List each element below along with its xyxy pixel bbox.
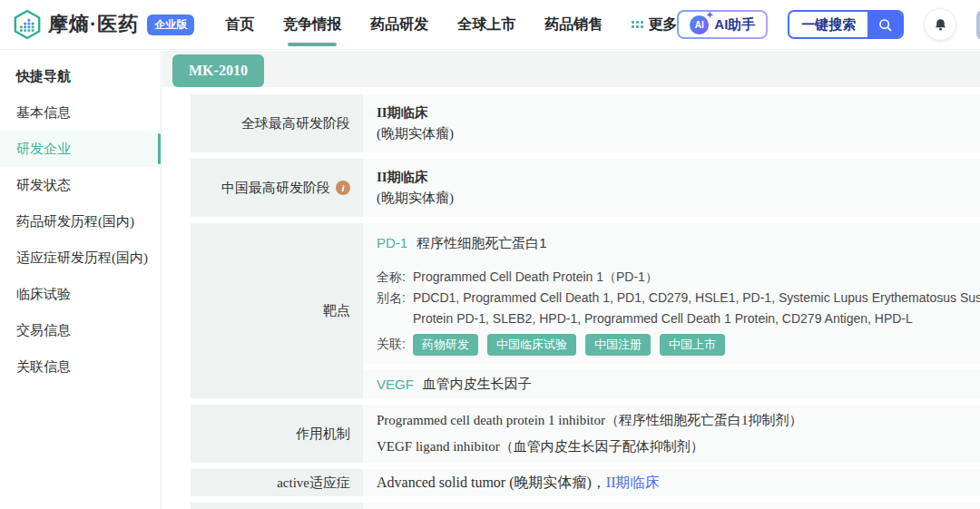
row-value: II期临床 (晚期实体瘤) xyxy=(363,159,980,217)
row-value: Programmed cell death protein 1 inhibito… xyxy=(363,405,980,463)
table-row: 中国最高研发阶段 i II期临床 (晚期实体瘤) xyxy=(191,159,980,217)
notifications-button[interactable] xyxy=(924,8,956,41)
target-pd1-block: PD-1程序性细胞死亡蛋白1 全称: Programmed Cell Death… xyxy=(363,223,980,364)
drug-name-tag: MK-2010 xyxy=(172,54,264,87)
stage-sub: (晚期实体瘤) xyxy=(377,187,980,209)
stage-value: II期临床 xyxy=(377,103,980,122)
target-fullname: Programmed Cell Death Protein 1（PD-1） xyxy=(413,267,658,288)
search-icon[interactable] xyxy=(867,12,902,37)
target-links-row: 关联: 药物研发 中国临床试验 中国注册 中国上市 xyxy=(377,334,980,356)
info-icon[interactable]: i xyxy=(336,181,350,195)
top-navbar: 摩熵·医药 企业版 首页 竞争情报 药品研发 全球上市 药品销售 更多 AI ✦ xyxy=(0,0,980,50)
ai-logo-icon: AI ✦ xyxy=(690,15,709,34)
sidebar-item-drug-rd-history[interactable]: 药品研发历程(国内) xyxy=(0,203,161,240)
header-actions: AI ✦ AI助手 一键搜索 VIP ✓ xyxy=(677,8,980,41)
target-alias-line2: Protein PD-1, SLEB2, HPD-1, Programmed C… xyxy=(413,308,980,329)
nav-competitive-intel[interactable]: 竞争情报 xyxy=(283,0,341,50)
row-value: Advanced solid tumor (晚期实体瘤)，II期临床 xyxy=(363,469,980,496)
target-fullname-row: 全称: Programmed Cell Death Protein 1（PD-1… xyxy=(377,267,980,288)
target-code-link[interactable]: PD-1 xyxy=(377,235,407,250)
brand-logo[interactable]: 摩熵·医药 企业版 xyxy=(13,9,194,40)
vip-badge[interactable]: VIP ✓ xyxy=(976,10,980,40)
table-row: 作用机制 Programmed cell death protein 1 inh… xyxy=(191,405,980,463)
row-value: Cancer（肿瘤） xyxy=(363,503,980,509)
quick-search-button[interactable]: 一键搜索 xyxy=(788,10,904,39)
sidebar-item-basic-info[interactable]: 基本信息 xyxy=(0,94,161,131)
sidebar-item-rd-status[interactable]: 研发状态 xyxy=(0,167,161,203)
link-tag-drug-rd[interactable]: 药物研发 xyxy=(413,334,478,356)
main-nav: 首页 竞争情报 药品研发 全球上市 药品销售 更多 xyxy=(225,0,677,50)
indication-separator: ， xyxy=(592,474,606,493)
row-label: 全球最高研发阶段 xyxy=(191,94,363,152)
target-value: PD-1程序性细胞死亡蛋白1 全称: Programmed Cell Death… xyxy=(363,223,980,398)
row-label: active适应症 xyxy=(191,469,363,496)
sidebar-item-related-info[interactable]: 关联信息 xyxy=(0,348,161,385)
link-tag-china-launch[interactable]: 中国上市 xyxy=(660,334,725,356)
table-row: 全球最高研发阶段 II期临床 (晚期实体瘤) xyxy=(191,94,980,152)
sidebar-item-rd-companies[interactable]: 研发企业 xyxy=(0,131,161,167)
target-name: 血管内皮生长因子 xyxy=(423,376,532,393)
table-row: 靶点 PD-1程序性细胞死亡蛋白1 全称: Programmed Cell De… xyxy=(191,223,980,398)
sidebar-item-deal-info[interactable]: 交易信息 xyxy=(0,312,161,348)
nav-more[interactable]: 更多 xyxy=(632,0,677,50)
row-label: 作用机制 xyxy=(191,405,363,463)
table-row: 治疗领域 Cancer（肿瘤） xyxy=(191,503,980,509)
link-tag-china-clinical[interactable]: 中国临床试验 xyxy=(487,334,576,356)
target-title: PD-1程序性细胞死亡蛋白1 xyxy=(377,233,980,253)
target-code-link[interactable]: VEGF xyxy=(377,377,414,392)
bell-icon xyxy=(933,17,948,33)
link-tag-china-registration[interactable]: 中国注册 xyxy=(585,334,651,356)
target-vegf-block: VEGF血管内皮生长因子 xyxy=(363,369,980,398)
sidebar-item-indication-rd-history[interactable]: 适应症研发历程(国内) xyxy=(0,240,161,276)
target-name: 程序性细胞死亡蛋白1 xyxy=(416,235,546,250)
mechanism-line: VEGF ligand inhibitor（血管内皮生长因子配体抑制剂） xyxy=(377,434,980,460)
ai-assistant-button[interactable]: AI ✦ AI助手 xyxy=(677,10,768,39)
nav-global-launch[interactable]: 全球上市 xyxy=(457,0,515,50)
content-header-band xyxy=(162,51,980,87)
stage-value: II期临床 xyxy=(377,167,980,187)
indication-text: Advanced solid tumor (晚期实体瘤) xyxy=(377,474,592,493)
table-row: active适应症 Advanced solid tumor (晚期实体瘤)，I… xyxy=(191,469,980,496)
brand-name: 摩熵·医药 xyxy=(48,11,139,38)
app-window: 摩熵·医药 企业版 首页 竞争情报 药品研发 全球上市 药品销售 更多 AI ✦ xyxy=(0,0,980,509)
stage-sub: (晚期实体瘤) xyxy=(377,122,980,144)
sidebar-active-indicator xyxy=(158,133,161,164)
more-grid-icon xyxy=(632,21,643,28)
row-label: 治疗领域 xyxy=(191,503,363,509)
nav-drug-sales[interactable]: 药品销售 xyxy=(544,0,603,50)
drug-detail-table: 全球最高研发阶段 II期临床 (晚期实体瘤) 中国最高研发阶段 i II期临床 … xyxy=(191,94,980,509)
quick-nav-sidebar: 快捷导航 基本信息 研发企业 研发状态 药品研发历程(国内) 适应症研发历程(国… xyxy=(0,51,162,509)
row-label: 靶点 xyxy=(191,223,363,398)
indication-stage-link[interactable]: II期临床 xyxy=(606,474,660,493)
target-alias-row: 别名: PDCD1, Programmed Cell Death 1, PD1,… xyxy=(377,288,980,329)
nav-drug-rd[interactable]: 药品研发 xyxy=(370,0,428,50)
target-alias-line1: PDCD1, Programmed Cell Death 1, PD1, CD2… xyxy=(413,288,980,308)
edition-badge: 企业版 xyxy=(147,15,194,35)
row-label: 中国最高研发阶段 i xyxy=(191,159,363,217)
mechanism-line: Programmed cell death protein 1 inhibito… xyxy=(377,407,980,434)
active-tab-underline xyxy=(288,43,337,46)
main-content: MK-2010 全球最高研发阶段 II期临床 (晚期实体瘤) 中国最高研发阶段 … xyxy=(162,51,980,509)
sidebar-item-clinical-trials[interactable]: 临床试验 xyxy=(0,276,161,312)
logo-hexagon-icon xyxy=(13,9,42,40)
row-value: II期临床 (晚期实体瘤) xyxy=(363,94,980,152)
nav-home[interactable]: 首页 xyxy=(225,0,254,50)
sidebar-title: 快捷导航 xyxy=(0,58,161,94)
sparkle-icon: ✦ xyxy=(706,10,713,20)
